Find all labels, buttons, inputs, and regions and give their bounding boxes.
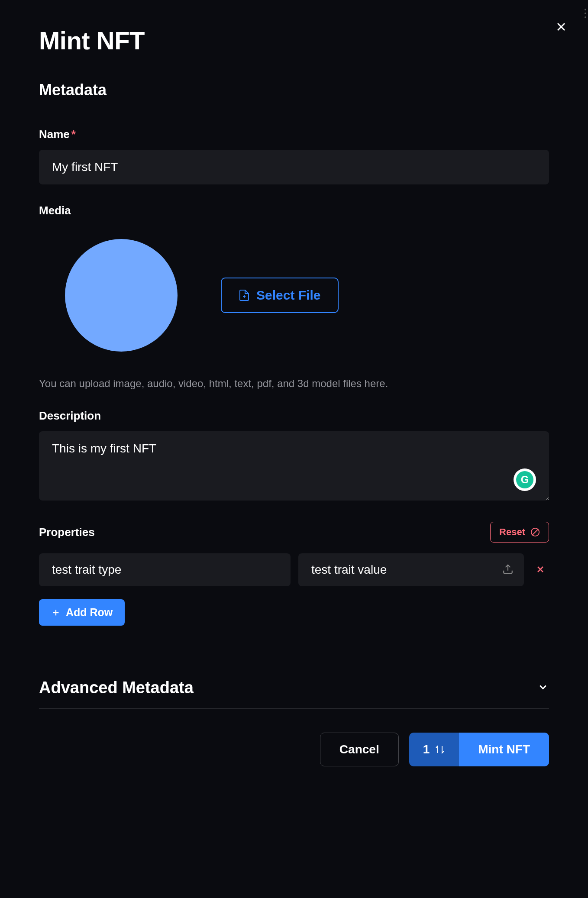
advanced-metadata-header: Advanced Metadata	[39, 678, 194, 697]
name-label: Name*	[39, 128, 549, 141]
mint-count-button[interactable]: 1	[409, 733, 459, 766]
plus-icon	[51, 608, 61, 617]
modal-title: Mint NFT	[39, 26, 549, 55]
upload-value-button[interactable]	[501, 562, 515, 578]
advanced-metadata-section[interactable]: Advanced Metadata	[39, 667, 549, 709]
select-file-label: Select File	[256, 288, 320, 303]
description-input[interactable]: This is my first NFT	[39, 431, 549, 501]
close-button[interactable]	[551, 16, 572, 39]
trait-value-wrapper	[298, 553, 524, 586]
close-icon	[554, 20, 568, 34]
chevron-down-icon	[537, 681, 549, 695]
media-label: Media	[39, 204, 549, 217]
properties-header: Properties Reset	[39, 522, 549, 543]
required-indicator: *	[71, 128, 76, 141]
name-label-text: Name	[39, 128, 70, 141]
add-row-button[interactable]: Add Row	[39, 599, 125, 626]
trait-value-input[interactable]	[298, 553, 524, 586]
name-input[interactable]	[39, 150, 549, 184]
remove-row-button[interactable]	[532, 561, 549, 579]
media-field-group: Media Select File You can upload image, …	[39, 204, 549, 390]
reset-button[interactable]: Reset	[490, 522, 549, 543]
close-icon	[535, 564, 546, 575]
divider	[39, 108, 549, 108]
mint-nft-modal: Mint NFT Metadata Name* Media Select Fil…	[0, 0, 588, 898]
drag-handle	[585, 9, 586, 18]
media-section: Select File	[39, 239, 549, 352]
properties-label: Properties	[39, 526, 95, 539]
add-row-label: Add Row	[66, 606, 113, 619]
media-preview	[65, 239, 178, 352]
property-row	[39, 553, 549, 586]
svg-line-5	[533, 530, 538, 535]
media-help-text: You can upload image, audio, video, html…	[39, 378, 549, 390]
upload-icon	[502, 564, 514, 575]
action-row: Cancel 1 Mint NFT	[39, 733, 549, 766]
description-wrapper: This is my first NFT G	[39, 431, 549, 502]
cancel-button[interactable]: Cancel	[320, 733, 399, 766]
swap-icon	[435, 745, 445, 754]
mint-nft-button[interactable]: Mint NFT	[459, 733, 549, 766]
name-field-group: Name*	[39, 128, 549, 184]
properties-field-group: Properties Reset	[39, 522, 549, 647]
prohibit-icon	[530, 527, 540, 537]
grammarly-icon[interactable]: G	[514, 468, 536, 491]
reset-label: Reset	[499, 527, 525, 538]
mint-button-group: 1 Mint NFT	[409, 733, 549, 766]
mint-count: 1	[423, 743, 430, 756]
grammarly-icon-inner: G	[516, 471, 533, 488]
description-label: Description	[39, 409, 549, 423]
trait-type-input[interactable]	[39, 553, 291, 586]
metadata-section-header: Metadata	[39, 81, 549, 99]
file-plus-icon	[239, 289, 249, 301]
select-file-button[interactable]: Select File	[221, 278, 339, 313]
description-field-group: Description This is my first NFT G	[39, 409, 549, 502]
